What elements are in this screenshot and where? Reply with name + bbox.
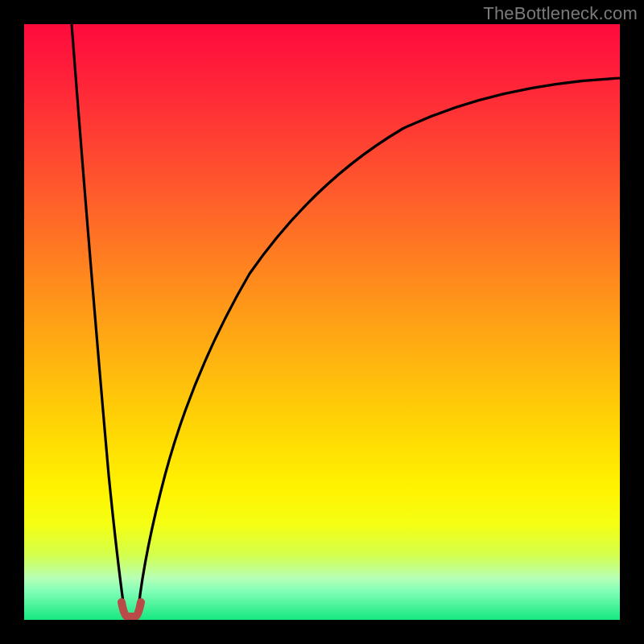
curve-notch-u: [122, 602, 141, 617]
watermark-text: TheBottleneck.com: [483, 3, 638, 24]
chart-frame: TheBottleneck.com: [0, 0, 644, 644]
curve-layer: [24, 24, 620, 620]
curve-left-branch: [72, 24, 124, 608]
curve-right-branch: [138, 78, 620, 608]
plot-area: [24, 24, 620, 620]
